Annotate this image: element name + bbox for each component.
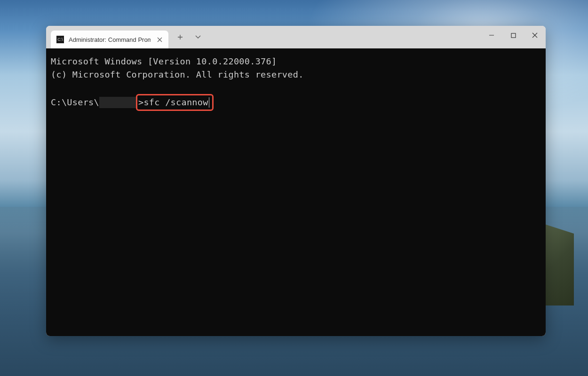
window-controls (481, 26, 546, 45)
terminal-blank-line (51, 81, 541, 94)
title-bar[interactable]: C:\ Administrator: Command Prompt (46, 26, 546, 48)
maximize-button[interactable] (502, 26, 524, 45)
command-highlight-box: >sfc /scannow (136, 94, 214, 111)
terminal-body[interactable]: Microsoft Windows [Version 10.0.22000.37… (46, 48, 546, 336)
close-tab-button[interactable] (155, 35, 164, 44)
tab-dropdown-button[interactable] (190, 29, 206, 45)
minimize-button[interactable] (481, 26, 502, 45)
close-window-button[interactable] (524, 26, 546, 45)
terminal-prompt-line: C:\Users\>sfc /scannow (51, 94, 541, 111)
redacted-username (99, 97, 137, 108)
terminal-window: C:\ Administrator: Command Prompt (46, 26, 546, 336)
prompt-prefix: C:\Users\ (51, 96, 99, 109)
text-cursor (209, 97, 210, 108)
prompt-suffix: > (138, 96, 143, 109)
command-input[interactable]: sfc /scannow (143, 96, 208, 109)
cmd-icon: C:\ (56, 36, 64, 43)
tab-title: Administrator: Command Prompt (69, 36, 151, 43)
new-tab-button[interactable] (172, 29, 188, 45)
tab-active[interactable]: C:\ Administrator: Command Prompt (51, 31, 168, 48)
terminal-output-line: (c) Microsoft Corporation. All rights re… (51, 68, 541, 81)
terminal-output-line: Microsoft Windows [Version 10.0.22000.37… (51, 55, 541, 68)
svg-rect-0 (511, 33, 516, 38)
tab-actions (168, 26, 206, 48)
